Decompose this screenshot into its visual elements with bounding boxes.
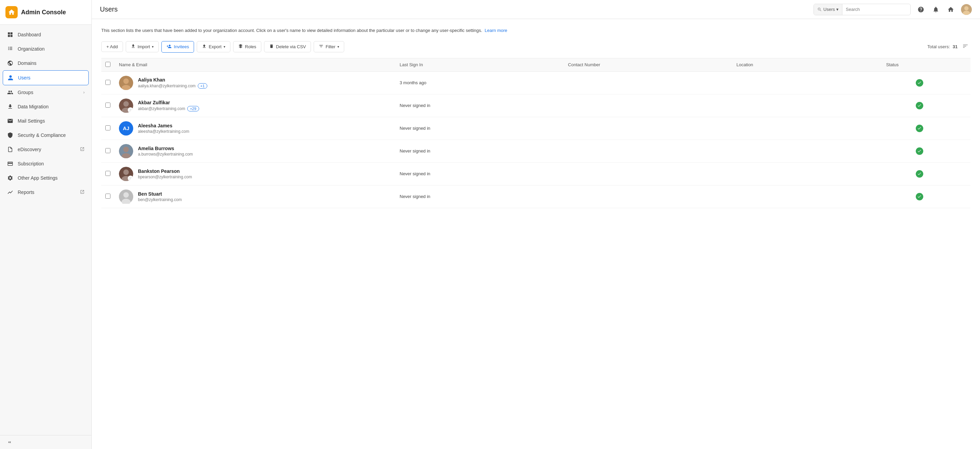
row-actions: [957, 140, 970, 162]
search-scope-arrow: ▾: [836, 7, 838, 12]
search-scope-selector[interactable]: Users ▾: [814, 4, 842, 15]
help-button[interactable]: [916, 5, 926, 14]
app-logo: [5, 6, 18, 18]
status-cell: [882, 117, 957, 140]
add-button[interactable]: + Add: [101, 41, 123, 52]
export-button-label: Export: [208, 44, 221, 49]
user-name[interactable]: Ben Stuart: [138, 191, 182, 197]
row-checkbox[interactable]: [105, 125, 110, 130]
filter-button[interactable]: Filter ▾: [313, 41, 344, 52]
roles-button-label: Roles: [245, 44, 256, 49]
sidebar-item-ediscovery[interactable]: eDiscovery: [0, 142, 91, 157]
user-name[interactable]: Akbar Zulfikar: [138, 100, 199, 105]
sidebar-item-reports-label: Reports: [18, 189, 34, 195]
sidebar-item-dashboard[interactable]: Dashboard: [0, 27, 91, 42]
page-title: Users: [100, 5, 118, 13]
status-badge: [916, 170, 923, 178]
dashboard-icon: [7, 31, 14, 38]
sidebar-item-users[interactable]: Users: [3, 70, 89, 85]
col-header-status: Status: [882, 58, 957, 71]
sidebar-item-groups[interactable]: Groups ›: [0, 85, 91, 100]
user-name[interactable]: Aleesha James: [138, 123, 189, 129]
invite-badge: [128, 176, 133, 181]
contact-number: [564, 162, 733, 185]
status-badge: [916, 148, 923, 155]
roles-button[interactable]: Roles: [233, 41, 261, 52]
home-button[interactable]: [946, 5, 956, 14]
learn-more-link[interactable]: Learn more: [485, 28, 507, 33]
app-title: Admin Console: [21, 9, 66, 16]
avatar: [119, 144, 133, 158]
row-checkbox[interactable]: [105, 80, 110, 85]
svg-rect-1: [11, 32, 13, 34]
sidebar-item-users-label: Users: [18, 75, 30, 81]
table-row: Akbar Zulfikar akbar@zylkertraining.com …: [101, 94, 970, 117]
search-input[interactable]: [842, 7, 910, 12]
ediscovery-ext-icon: [80, 147, 84, 152]
invitees-icon: [167, 44, 172, 50]
sidebar-header: Admin Console: [0, 0, 91, 25]
sidebar-item-reports[interactable]: Reports: [0, 185, 91, 199]
groups-icon: [7, 89, 14, 96]
sidebar-item-organization-label: Organization: [18, 46, 45, 52]
bell-icon: [932, 6, 939, 13]
invitees-button[interactable]: Invitees: [161, 41, 194, 52]
row-checkbox[interactable]: [105, 103, 110, 108]
status-cell: [882, 71, 957, 94]
table-row: Bankston Pearson bpearson@zylkertraining…: [101, 162, 970, 185]
columns-toggle-button[interactable]: [960, 41, 970, 52]
page-description: This section lists the users that have b…: [101, 27, 509, 34]
user-email: bpearson@zylkertraining.com: [138, 175, 192, 179]
total-users-display: Total users: 31: [928, 44, 958, 49]
location: [732, 71, 882, 94]
status-badge: [916, 102, 923, 109]
avatar: [119, 76, 133, 90]
sidebar-item-security-compliance-label: Security & Compliance: [18, 132, 66, 138]
user-name[interactable]: Amelia Burrows: [138, 146, 193, 151]
user-name[interactable]: Bankston Pearson: [138, 168, 192, 174]
organization-icon: [7, 46, 14, 52]
filter-icon: [319, 44, 323, 49]
sidebar-item-mail-settings[interactable]: Mail Settings: [0, 114, 91, 128]
export-button[interactable]: Export ▾: [197, 41, 231, 52]
row-checkbox[interactable]: [105, 194, 110, 199]
table-row: Ben Stuart ben@zylkertraining.com Never …: [101, 185, 970, 208]
row-actions: [957, 94, 970, 117]
user-name[interactable]: Aaliya Khan: [138, 77, 207, 83]
import-button[interactable]: Import ▾: [126, 41, 159, 52]
main-content: Users Users ▾: [92, 0, 980, 449]
sidebar-item-security-compliance[interactable]: Security & Compliance: [0, 128, 91, 142]
users-icon: [7, 75, 14, 81]
status-cell: [882, 94, 957, 117]
svg-point-5: [964, 6, 969, 10]
last-signin: 3 months ago: [396, 71, 564, 94]
row-checkbox[interactable]: [105, 148, 110, 153]
contact-number: [564, 71, 733, 94]
notifications-button[interactable]: [931, 5, 940, 14]
export-arrow-icon: ▾: [224, 45, 225, 49]
domains-icon: [7, 60, 14, 67]
delete-csv-button-label: Delete via CSV: [276, 44, 306, 49]
home-icon: [8, 8, 15, 16]
sidebar-item-data-migration[interactable]: Data Migration: [0, 100, 91, 114]
avatar: [119, 189, 133, 204]
sidebar-item-subscription-label: Subscription: [18, 161, 44, 167]
delete-csv-button[interactable]: Delete via CSV: [264, 41, 311, 52]
avatar: [119, 167, 133, 181]
search-scope-label: Users: [823, 7, 835, 12]
user-email: akbar@zylkertraining.com +29: [138, 106, 199, 111]
user-avatar[interactable]: [961, 4, 972, 15]
row-checkbox[interactable]: [105, 171, 110, 176]
avatar: [119, 98, 133, 113]
sidebar-item-organization[interactable]: Organization: [0, 42, 91, 56]
select-all-checkbox[interactable]: [105, 62, 110, 67]
status-cell: [882, 185, 957, 208]
sidebar-item-subscription[interactable]: Subscription: [0, 157, 91, 171]
sidebar-item-domains[interactable]: Domains: [0, 56, 91, 70]
sidebar-item-other-app-settings[interactable]: Other App Settings: [0, 171, 91, 185]
sidebar-item-data-migration-label: Data Migration: [18, 104, 49, 109]
reports-icon: [7, 189, 14, 196]
sidebar-collapse[interactable]: [0, 435, 91, 449]
search-container: Users ▾: [813, 4, 911, 15]
description-text: This section lists the users that have b…: [101, 28, 482, 33]
